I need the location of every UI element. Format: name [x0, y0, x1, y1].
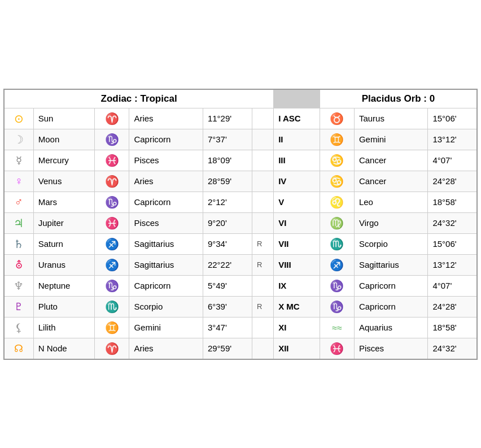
table-row: ☽ Moon ♑ Capricorn 7°37' II ♊ Gemini 13°… — [4, 129, 477, 150]
planet-sign-symbol: ♓ — [95, 150, 129, 171]
planet-symbol: ⛢ — [4, 254, 33, 275]
planet-name: Mercury — [33, 150, 95, 171]
planet-symbol: ⊙ — [4, 108, 33, 129]
planet-symbol: ⚸ — [4, 317, 33, 338]
house-number: IV — [274, 171, 320, 192]
planet-symbol: ♄ — [4, 233, 33, 254]
planet-degree: 2°12' — [203, 192, 252, 212]
planet-retro — [252, 192, 273, 212]
house-sign: Taurus — [354, 108, 428, 129]
house-number: X MC — [274, 296, 320, 317]
planet-name: N Node — [33, 338, 95, 359]
house-number: XII — [274, 338, 320, 359]
house-sign: Sagittarius — [354, 254, 428, 275]
house-sign: Capricorn — [354, 296, 428, 317]
house-sign-symbol: ≈≈ — [320, 317, 355, 338]
planet-retro: R — [252, 296, 273, 317]
house-number: VI — [274, 212, 320, 233]
house-sign: Scorpio — [354, 233, 428, 254]
house-sign-symbol: ♉ — [320, 108, 355, 129]
planet-name: Saturn — [33, 233, 95, 254]
house-sign: Capricorn — [354, 275, 428, 296]
planet-name: Mars — [33, 192, 95, 212]
table-row: ♇ Pluto ♏ Scorpio 6°39' R X MC ♑ Caprico… — [4, 296, 477, 317]
planet-retro — [252, 338, 273, 359]
house-degree: 15°06' — [428, 108, 477, 129]
house-sign: Cancer — [354, 150, 428, 171]
planet-degree: 29°59' — [203, 338, 252, 359]
planet-symbol: ☊ — [4, 338, 33, 359]
divider — [274, 89, 320, 108]
planet-sign: Aries — [129, 171, 203, 192]
planet-sign-symbol: ♈ — [95, 338, 129, 359]
house-number: V — [274, 192, 320, 212]
planet-sign-symbol: ♑ — [95, 192, 129, 212]
planet-retro — [252, 275, 273, 296]
house-degree: 13°12' — [428, 254, 477, 275]
house-degree: 15°06' — [428, 233, 477, 254]
planet-symbol: ♆ — [4, 275, 33, 296]
house-degree: 18°58' — [428, 192, 477, 212]
house-sign-symbol: ♑ — [320, 296, 355, 317]
planet-retro: R — [252, 233, 273, 254]
planet-name: Pluto — [33, 296, 95, 317]
table-row: ⚸ Lilith ♊ Gemini 3°47' XI ≈≈ Aquarius 1… — [4, 317, 477, 338]
planet-sign-symbol: ♊ — [95, 317, 129, 338]
table-row: ☊ N Node ♈ Aries 29°59' XII ♓ Pisces 24°… — [4, 338, 477, 359]
planet-sign-symbol: ♈ — [95, 108, 129, 129]
table-row: ⊙ Sun ♈ Aries 11°29' I ASC ♉ Taurus 15°0… — [4, 108, 477, 129]
planet-sign: Scorpio — [129, 296, 203, 317]
planet-symbol: ☿ — [4, 150, 33, 171]
planet-retro: R — [252, 254, 273, 275]
house-degree: 18°58' — [428, 317, 477, 338]
planet-sign: Capricorn — [129, 192, 203, 212]
planet-retro — [252, 212, 273, 233]
planet-symbol: ♂ — [4, 192, 33, 212]
house-sign-symbol: ♓ — [320, 338, 355, 359]
house-degree: 24°28' — [428, 171, 477, 192]
house-sign: Virgo — [354, 212, 428, 233]
house-number: I ASC — [274, 108, 320, 129]
planet-retro — [252, 129, 273, 150]
planet-sign: Gemini — [129, 317, 203, 338]
planet-name: Jupiter — [33, 212, 95, 233]
house-sign: Cancer — [354, 171, 428, 192]
house-number: VII — [274, 233, 320, 254]
house-sign-symbol: ♏ — [320, 233, 355, 254]
planet-retro — [252, 108, 273, 129]
planet-sign-symbol: ♑ — [95, 129, 129, 150]
planet-sign-symbol: ♏ — [95, 296, 129, 317]
house-degree: 24°32' — [428, 212, 477, 233]
house-degree: 24°32' — [428, 338, 477, 359]
planet-symbol: ♇ — [4, 296, 33, 317]
table-row: ♄ Saturn ♐ Sagittarius 9°34' R VII ♏ Sco… — [4, 233, 477, 254]
planet-sign: Aries — [129, 108, 203, 129]
house-number: IX — [274, 275, 320, 296]
planet-sign: Capricorn — [129, 129, 203, 150]
table-row: ♂ Mars ♑ Capricorn 2°12' V ♌ Leo 18°58' — [4, 192, 477, 212]
house-sign: Gemini — [354, 129, 428, 150]
house-number: III — [274, 150, 320, 171]
house-degree: 24°28' — [428, 296, 477, 317]
planet-degree: 18°09' — [203, 150, 252, 171]
table-row: ⛢ Uranus ♐ Sagittarius 22°22' R VIII ♐ S… — [4, 254, 477, 275]
planet-symbol: ♃ — [4, 212, 33, 233]
planet-name: Venus — [33, 171, 95, 192]
house-sign-symbol: ♌ — [320, 192, 355, 212]
planet-symbol: ♀ — [4, 171, 33, 192]
planet-sign: Capricorn — [129, 275, 203, 296]
house-degree: 13°12' — [428, 129, 477, 150]
planet-retro — [252, 171, 273, 192]
planet-degree: 7°37' — [203, 129, 252, 150]
planet-retro — [252, 317, 273, 338]
astrology-table: Zodiac : Tropical Placidus Orb : 0 ⊙ Sun… — [3, 89, 478, 360]
planet-degree: 11°29' — [203, 108, 252, 129]
planet-name: Lilith — [33, 317, 95, 338]
planet-sign-symbol: ♐ — [95, 254, 129, 275]
house-sign: Pisces — [354, 338, 428, 359]
house-sign-symbol: ♋ — [320, 171, 355, 192]
planet-degree: 6°39' — [203, 296, 252, 317]
planet-sign-symbol: ♓ — [95, 212, 129, 233]
planet-sign: Sagittarius — [129, 254, 203, 275]
planet-sign: Pisces — [129, 212, 203, 233]
